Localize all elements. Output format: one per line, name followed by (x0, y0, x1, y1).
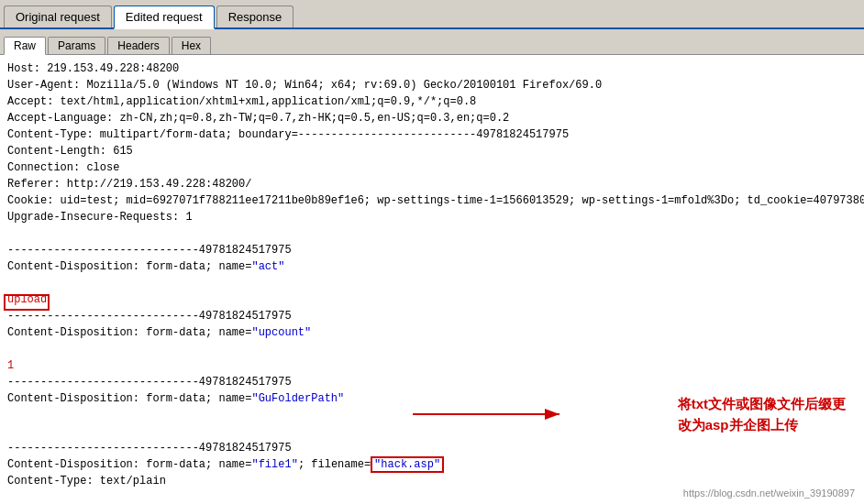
line-1: 1 (7, 357, 857, 374)
subtab-raw[interactable]: Raw (4, 37, 46, 55)
hack-asp-box: "hack.asp" (371, 456, 444, 473)
annotation-text: 将txt文件或图像文件后缀更改为asp并企图上传 (678, 394, 846, 435)
line-disposition-act: Content-Disposition: form-data; name="ac… (7, 258, 857, 275)
tab-response[interactable]: Response (216, 5, 294, 27)
line-host: Host: 219.153.49.228:48200 (7, 60, 857, 77)
line-boundary3: -----------------------------49781824517… (7, 374, 857, 390)
line-accept: Accept: text/html,application/xhtml+xml,… (7, 93, 857, 110)
line-boundary1: -----------------------------49781824517… (7, 242, 857, 258)
subtab-headers[interactable]: Headers (107, 37, 169, 54)
tab-edited-request[interactable]: Edited request (114, 5, 215, 29)
line-boundary2: -----------------------------49781824517… (7, 308, 857, 324)
line-disposition-file1: Content-Disposition: form-data; name="fi… (7, 456, 857, 473)
line-empty1 (7, 225, 857, 242)
line-upgrade: Upgrade-Insecure-Requests: 1 (7, 209, 857, 225)
tab-original-request[interactable]: Original request (4, 5, 112, 27)
subtab-params[interactable]: Params (48, 37, 105, 54)
subtab-hex[interactable]: Hex (172, 37, 211, 54)
line-cookie: Cookie: uid=test; mid=6927071f788211ee17… (7, 192, 857, 209)
line-boundary4: -----------------------------49781824517… (7, 440, 857, 456)
tab-bar: Original request Edited request Response (0, 0, 864, 29)
line-content-type: Content-Type: multipart/form-data; bound… (7, 126, 857, 143)
line-content-length: Content-Length: 615 (7, 143, 857, 159)
line-upload1: upload (7, 291, 857, 308)
watermark: https://blog.csdn.net/weixin_39190897 (683, 486, 855, 501)
line-empty2 (7, 275, 857, 291)
line-disposition-upcount: Content-Disposition: form-data; name="up… (7, 324, 857, 341)
request-content: Host: 219.153.49.228:48200 User-Agent: M… (0, 55, 864, 504)
line-accept-lang: Accept-Language: zh-CN,zh;q=0.8,zh-TW;q=… (7, 110, 857, 126)
line-empty3 (7, 341, 857, 357)
line-connection: Connection: close (7, 159, 857, 176)
sub-tab-bar: Raw Params Headers Hex (0, 29, 864, 55)
line-ua: User-Agent: Mozilla/5.0 (Windows NT 10.0… (7, 77, 857, 93)
line-referer: Referer: http://219.153.49.228:48200/ (7, 176, 857, 192)
